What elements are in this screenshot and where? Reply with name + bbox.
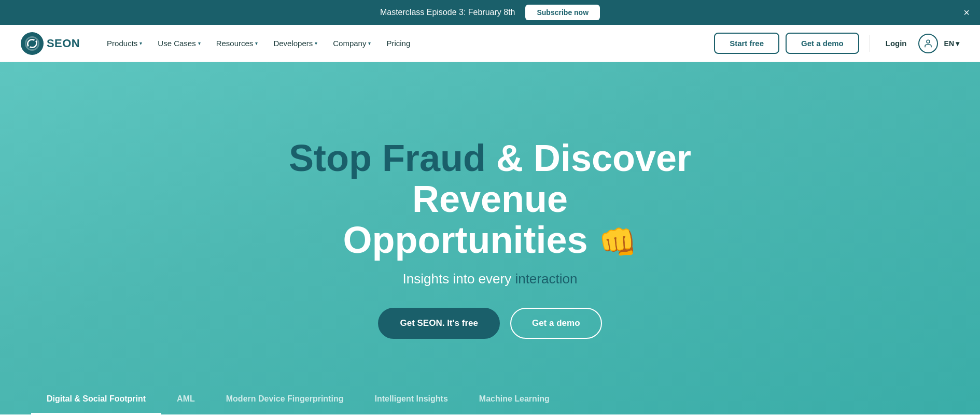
- hero-buttons: Get SEON. It's free Get a demo: [378, 308, 601, 339]
- announcement-text: Masterclass Episode 3: February 8th: [380, 8, 515, 17]
- lang-chevron-icon: ▾: [956, 39, 959, 48]
- nav-item-company[interactable]: Company ▾: [327, 35, 377, 52]
- get-demo-hero-button[interactable]: Get a demo: [510, 308, 602, 339]
- resources-chevron-icon: ▾: [255, 40, 258, 46]
- feature-tabs: Digital & Social FootprintAMLModern Devi…: [0, 385, 980, 414]
- company-chevron-icon: ▾: [368, 40, 371, 46]
- seon-logo-icon: [21, 32, 44, 55]
- svg-point-0: [21, 32, 44, 55]
- nav-actions: Start free Get a demo Login EN ▾: [714, 33, 959, 54]
- use-cases-chevron-icon: ▾: [198, 40, 201, 46]
- get-demo-nav-button[interactable]: Get a demo: [786, 33, 859, 54]
- nav-links: Products ▾ Use Cases ▾ Resources ▾ Devel…: [101, 35, 714, 52]
- products-chevron-icon: ▾: [139, 40, 142, 46]
- feature-tab-2[interactable]: Modern Device Fingerprinting: [211, 385, 359, 414]
- hero-title: Stop Fraud & Discover Revenue Opportunit…: [231, 138, 749, 261]
- feature-tab-4[interactable]: Machine Learning: [464, 385, 565, 414]
- feature-tab-0[interactable]: Digital & Social Footprint: [31, 385, 161, 414]
- nav-item-resources[interactable]: Resources ▾: [210, 35, 264, 52]
- nav-item-pricing[interactable]: Pricing: [380, 35, 416, 52]
- nav-item-developers[interactable]: Developers ▾: [267, 35, 324, 52]
- announcement-close-button[interactable]: ×: [963, 7, 970, 18]
- nav-item-products[interactable]: Products ▾: [101, 35, 148, 52]
- svg-point-1: [927, 40, 930, 43]
- feature-tab-1[interactable]: AML: [161, 385, 211, 414]
- announcement-bar: Masterclass Episode 3: February 8th Subs…: [0, 0, 980, 25]
- subscribe-button[interactable]: Subscribe now: [525, 5, 600, 20]
- avatar-button[interactable]: [918, 34, 938, 53]
- hero-title-stop-fraud: Stop Fraud: [289, 137, 486, 179]
- user-icon: [923, 39, 933, 48]
- developers-chevron-icon: ▾: [315, 40, 317, 46]
- logo[interactable]: SEON: [21, 32, 80, 55]
- nav-item-use-cases[interactable]: Use Cases ▾: [151, 35, 206, 52]
- start-free-button[interactable]: Start free: [714, 33, 779, 54]
- hero-headline: Stop Fraud & Discover Revenue Opportunit…: [231, 138, 749, 261]
- hero-subheadline: Insights into every interaction: [403, 271, 578, 287]
- login-button[interactable]: Login: [880, 35, 912, 52]
- nav-divider: [870, 35, 870, 52]
- logo-text: SEON: [47, 37, 80, 50]
- navbar: SEON Products ▾ Use Cases ▾ Resources ▾ …: [0, 25, 980, 62]
- hero-section: Stop Fraud & Discover Revenue Opportunit…: [0, 62, 980, 414]
- feature-tab-3[interactable]: Intelligent Insights: [359, 385, 463, 414]
- get-seon-free-button[interactable]: Get SEON. It's free: [378, 308, 499, 339]
- language-button[interactable]: EN ▾: [944, 39, 959, 48]
- hero-emoji: 👊: [598, 225, 637, 260]
